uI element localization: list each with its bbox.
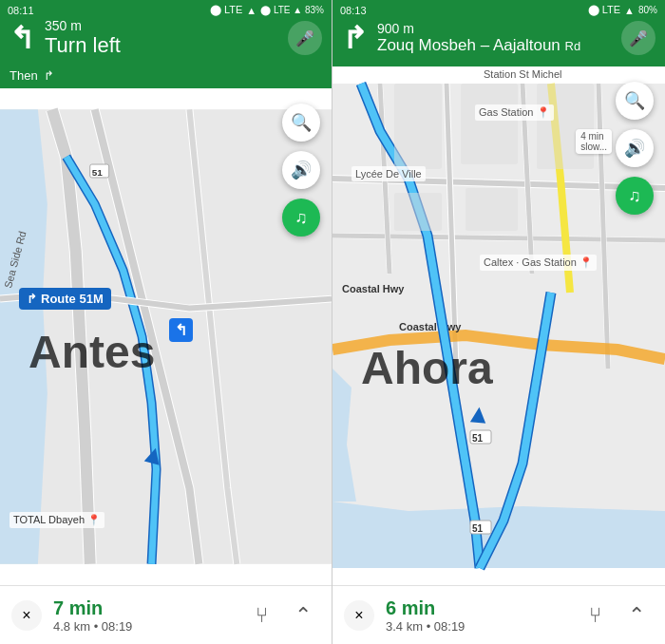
- svg-rect-25: [537, 84, 594, 169]
- left-sound-button[interactable]: 🔊: [282, 151, 320, 189]
- right-trip-info: 6 min 3.4 km • 08:19: [386, 597, 566, 634]
- left-time: 08:11: [8, 5, 34, 16]
- left-spotify-icon: ♫: [294, 208, 308, 228]
- left-close-icon: ×: [22, 607, 30, 624]
- svg-rect-27: [466, 188, 518, 231]
- left-header: 08:11 ⬤ LTE ▲ ⬤ LTE ▲ 83% ↰ 350 m Turn l…: [0, 0, 332, 88]
- right-spotify-icon: ♫: [628, 186, 641, 206]
- left-bottom-icons: ⑂ ⌃: [244, 598, 320, 633]
- left-turn-small-icon: ↱: [27, 292, 37, 306]
- svg-rect-26: [394, 193, 442, 231]
- right-time: 08:13: [340, 5, 367, 16]
- svg-rect-23: [394, 84, 442, 169]
- right-fork-icon: ⑂: [589, 603, 601, 628]
- right-nav-distance: 900 m: [377, 21, 612, 36]
- left-then-strip: Then ↱: [0, 66, 332, 88]
- svg-rect-24: [461, 84, 518, 164]
- right-chevron-up-icon: ⌃: [628, 603, 645, 628]
- left-close-button[interactable]: ×: [11, 600, 42, 631]
- right-poi-gas-station: Gas Station 📍: [475, 104, 554, 121]
- left-panel: 08:11 ⬤ LTE ▲ ⬤ LTE ▲ 83% ↰ 350 m Turn l…: [0, 0, 332, 644]
- left-turn-indicator: ↰: [169, 318, 193, 342]
- right-trip-separator: •: [427, 619, 434, 634]
- right-close-button[interactable]: ×: [344, 600, 374, 631]
- left-nav-info: 350 m Turn left: [45, 18, 278, 58]
- right-battery: 80%: [638, 5, 657, 15]
- right-location-marker: ▲: [465, 398, 493, 430]
- left-route-label: ↱ Route 51M: [19, 288, 111, 310]
- svg-text:51: 51: [92, 167, 104, 178]
- right-trip-arrival: 08:19: [434, 619, 466, 634]
- left-poi-label: TOTAL Dbayeh 📍: [10, 512, 104, 528]
- right-signal-icon: ▲: [624, 5, 635, 16]
- right-network-icon: ⬤ LTE: [588, 4, 620, 16]
- right-trip-time: 6 min: [386, 597, 566, 619]
- svg-text:51: 51: [472, 433, 484, 444]
- left-mic-button[interactable]: 🎤: [288, 21, 322, 55]
- right-status-icons: ⬤ LTE ▲ 80%: [588, 4, 657, 16]
- right-trip-details: 3.4 km • 08:19: [386, 619, 566, 634]
- left-nav-instruction: Turn left: [45, 33, 278, 58]
- left-then-label: Then: [10, 68, 38, 83]
- left-chevron-button[interactable]: ⌃: [286, 598, 320, 633]
- right-mic-icon: 🎤: [629, 29, 648, 47]
- left-then-arrow-icon: ↱: [44, 68, 54, 83]
- left-trip-details: 4.8 km • 08:19: [53, 619, 233, 634]
- svg-text:Coastal Hwy: Coastal Hwy: [399, 321, 462, 332]
- left-trip-time: 7 min: [53, 597, 233, 619]
- left-spotify-button[interactable]: ♫: [282, 199, 320, 237]
- right-close-icon: ×: [354, 607, 363, 624]
- right-turn-arrow-icon: ↱: [342, 20, 368, 56]
- svg-text:51: 51: [472, 523, 484, 534]
- right-trip-distance: 3.4 km: [386, 619, 423, 634]
- left-trip-info: 7 min 4.8 km • 08:19: [53, 597, 233, 634]
- right-poi-station-michel: Station St Michel: [480, 66, 566, 82]
- left-route-text: Route 51M: [41, 292, 104, 306]
- right-spotify-button[interactable]: ♫: [616, 177, 654, 215]
- left-chevron-up-icon: ⌃: [294, 603, 312, 628]
- left-network-icon: ⬤ LTE: [210, 4, 242, 16]
- right-fork-button[interactable]: ⑂: [578, 598, 612, 633]
- left-mic-icon: 🎤: [295, 29, 314, 47]
- right-chevron-button[interactable]: ⌃: [619, 598, 654, 633]
- left-bottom-bar: × 7 min 4.8 km • 08:19 ⑂ ⌃: [0, 585, 332, 644]
- left-search-icon: 🔍: [291, 112, 312, 133]
- right-nav-instruction: Zouq Mosbeh – Aajaltoun Rd: [377, 36, 612, 55]
- left-sound-icon: 🔊: [291, 160, 312, 180]
- right-search-button[interactable]: 🔍: [616, 82, 654, 120]
- right-sound-icon: 🔊: [624, 138, 645, 159]
- left-map: Sea Side Rd 51 🔍 🔊 ♫ ↱ Route 51M ↰ ▲ Ant…: [0, 88, 332, 585]
- right-poi-caltex: Caltex · Gas Station 📍: [480, 255, 597, 271]
- right-map: Coastal Hwy 51 51 🔍: [332, 66, 665, 585]
- left-search-button[interactable]: 🔍: [282, 104, 320, 142]
- right-overlay-text: Ahora: [361, 342, 493, 394]
- left-nav-distance: 350 m: [45, 18, 278, 33]
- right-sound-button[interactable]: 🔊: [616, 129, 654, 167]
- right-status-bar: 08:13 ⬤ LTE ▲ 80%: [332, 0, 665, 20]
- right-poi-lycee: Lycée De Ville: [352, 166, 426, 181]
- left-fork-button[interactable]: ⑂: [244, 598, 278, 633]
- left-overlay-text: Antes: [28, 326, 155, 378]
- left-turn-arrow-icon: ↰: [10, 20, 35, 56]
- left-trip-separator: •: [94, 619, 102, 634]
- right-header: 08:13 ⬤ LTE ▲ 80% ↱ 900 m Zouq Mosbeh – …: [332, 0, 665, 66]
- right-bottom-bar: × 6 min 3.4 km • 08:19 ⑂ ⌃: [332, 585, 665, 644]
- left-status-icons: ⬤ LTE ▲ ⬤ LTE ▲ 83%: [210, 4, 324, 16]
- right-nav-info: 900 m Zouq Mosbeh – Aajaltoun Rd: [377, 21, 612, 55]
- right-panel: 08:13 ⬤ LTE ▲ 80% ↱ 900 m Zouq Mosbeh – …: [332, 0, 665, 644]
- right-speed-label: 4 minslow...: [576, 129, 612, 154]
- right-search-icon: 🔍: [624, 90, 645, 111]
- left-status-bar: 08:11 ⬤ LTE ▲ ⬤ LTE ▲ 83%: [0, 0, 332, 20]
- left-battery: ⬤ LTE ▲ 83%: [260, 5, 324, 15]
- right-coastal-hwy-label: Coastal Hwy: [342, 283, 404, 294]
- right-bottom-icons: ⑂ ⌃: [578, 598, 654, 633]
- left-signal-icon: ▲: [246, 5, 256, 16]
- left-fork-icon: ⑂: [256, 603, 268, 628]
- left-trip-distance: 4.8 km: [53, 619, 90, 634]
- left-trip-arrival: 08:19: [102, 619, 133, 634]
- right-mic-button[interactable]: 🎤: [621, 21, 656, 55]
